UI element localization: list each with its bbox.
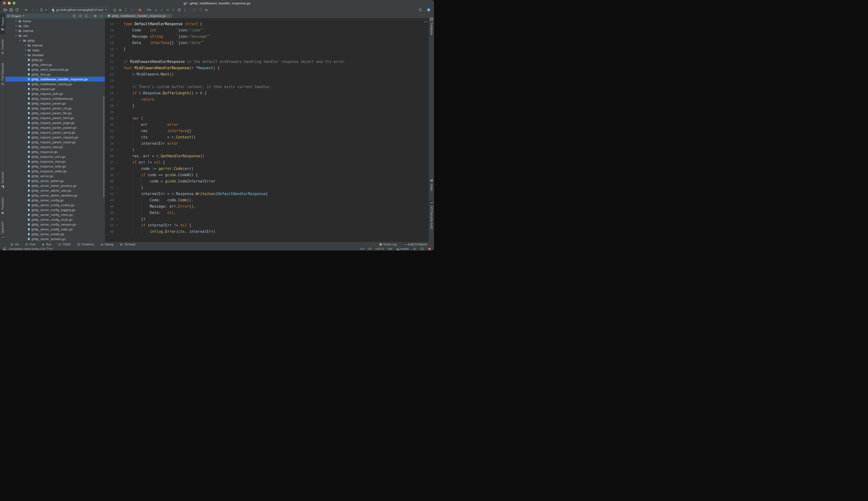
toolbar-git-commit-icon[interactable] [159,7,165,13]
tree-file-ghttp_request_param_query.go[interactable]: ghttp_request_param_query.go [5,130,105,135]
toolbar-history-icon[interactable] [176,7,182,13]
tree-file-ghttp_server_config_static.go[interactable]: ghttp_server_config_static.go [5,227,105,232]
code-line-17[interactable]: Message string `json:"message"` [124,33,429,40]
code-line-42[interactable]: internalErr = r.Response.WriteJson(Defau… [124,191,429,197]
fold-marker-icon[interactable] [114,67,121,70]
tool-window-button-terminal[interactable]: Terminal [116,242,138,247]
fold-marker-icon[interactable] [114,149,121,151]
code-line-30[interactable]: var ( [124,115,429,121]
git-branch-widget[interactable]: master [396,247,409,250]
tree-file-ghttp_request_param_file.go[interactable]: ghttp_request_param_file.go [5,110,105,116]
tree-file-ghttp_request_param_request.go[interactable]: ghttp_request_param_request.go [5,135,105,140]
tree-file-ghttp_server_admin.go[interactable]: ghttp_server_admin.go [5,178,105,183]
tree-file-ghttp_server_admin_windows.go[interactable]: ghttp_server_admin_windows.go [5,193,105,198]
code-line-25[interactable]: // There's custom buffer content, it the… [124,84,429,90]
code-line-48[interactable]: intlog.Error(ctx, internalErr) [124,228,429,235]
tree-chevron-icon[interactable] [24,54,26,56]
tool-window-button-find[interactable]: Find [22,242,38,247]
tree-file-ghttp_request_param_param.go[interactable]: ghttp_request_param_param.go [5,125,105,130]
indent-style[interactable]: Tab [387,247,392,250]
code-line-43[interactable]: Code: code.Code(), [124,197,429,203]
toolbar-save-icon[interactable] [8,7,14,13]
fold-marker-icon[interactable] [114,161,121,164]
tree-folder-frame[interactable]: frame [5,19,105,23]
tree-file-ghttp_server_config_session.go[interactable]: ghttp_server_config_session.go [5,222,105,227]
tool-window-button-git[interactable]: Git [7,242,22,247]
line-separator[interactable]: LF [368,247,371,250]
code-line-39[interactable]: if code == gcode.CodeNil { [124,172,429,178]
tree-folder-testdata[interactable]: testdata [5,53,105,57]
project-header-locate-icon[interactable] [72,14,76,18]
inspections-ok-icon[interactable] [424,20,427,23]
tree-folder-static[interactable]: static [5,48,105,53]
tool-window-button-todo[interactable]: TODO [55,242,74,247]
tool-window-button-favorites[interactable]: Favorites [0,195,5,217]
fold-marker-icon[interactable] [114,193,121,195]
tree-file-ghttp_request_param.go[interactable]: ghttp_request_param.go [5,101,105,106]
tree-file-ghttp_response_view.go[interactable]: ghttp_response_view.go [5,159,105,164]
tree-folder-ghttp[interactable]: ghttp [5,38,105,43]
tree-file-ghttp_request_param_router.go[interactable]: ghttp_request_param_router.go [5,140,105,145]
chevron-down-icon[interactable] [135,9,137,10]
file-encoding[interactable]: UTF-8 [376,247,384,250]
tree-file-ghttp_request.go[interactable]: ghttp_request.go [5,86,105,91]
tree-file-ghttp.go[interactable]: ghttp.go [5,57,105,62]
chevron-down-icon[interactable] [45,9,47,10]
project-tree[interactable]: framei18ninternalnetghttpinternalstatict… [5,18,105,242]
fold-marker-icon[interactable] [114,48,121,51]
code-line-24[interactable] [124,77,429,84]
code-line-46[interactable]: }) [124,216,429,222]
tree-file-ghttp_server.go[interactable]: ghttp_server.go [5,173,105,178]
tree-file-ghttp_response_cors.go[interactable]: ghttp_response_cors.go [5,154,105,159]
code-line-38[interactable]: code := gerror.Code(err) [124,166,429,172]
tree-file-ghttp_client_websocket.go[interactable]: ghttp_client_websocket.go [5,67,105,72]
toolbar-debug-bug-icon[interactable] [117,7,123,13]
project-header-minus-icon[interactable] [99,14,103,18]
code-content[interactable]: type DefaultHandlerResponse struct { Cod… [124,21,429,242]
code-line-20[interactable] [124,52,429,58]
toolbar-git-update-icon[interactable] [153,7,159,13]
tree-file-ghttp_request_view.go[interactable]: ghttp_request_view.go [5,145,105,149]
toolbar-update-badge-icon[interactable] [426,7,431,13]
tree-file-ghttp_server_admin_unix.go[interactable]: ghttp_server_admin_unix.go [5,188,105,193]
tree-file-ghttp_request_param_form.go[interactable]: ghttp_request_param_form.go [5,116,105,120]
tree-file-ghttp_server_config_mess.go[interactable]: ghttp_server_config_mess.go [5,212,105,217]
lock-icon[interactable] [413,247,416,250]
code-line-44[interactable]: Message: err.Error(), [124,203,429,210]
close-icon[interactable] [167,14,170,17]
tool-window-button-structure[interactable]: Structure [0,169,5,192]
tool-window-button-event-log[interactable]: 1Event Log [379,243,397,246]
tree-chevron-icon[interactable] [15,20,17,22]
fold-marker-icon[interactable] [114,218,121,221]
tool-window-button-problems[interactable]: Problems [74,242,97,247]
caret-position[interactable]: 2:3 [360,247,364,250]
tool-window-button-commit[interactable]: Commit [0,37,5,57]
tree-file-ghttp_request_middleware.go[interactable]: ghttp_request_middleware.go [5,96,105,101]
code-line-16[interactable]: Code int `json:"code"` [124,27,429,33]
tree-file-ghttp_request_auth.go[interactable]: ghttp_request_auth.go [5,91,105,96]
tree-file-ghttp_server_config_logging.go[interactable]: ghttp_server_config_logging.go [5,207,105,212]
error-badge-icon[interactable] [428,247,431,250]
code-line-40[interactable]: code = gcode.CodeInternalError [124,178,429,184]
tree-file-ghttp_response_writer.go[interactable]: ghttp_response_writer.go [5,169,105,173]
code-line-26[interactable]: if r.Response.BufferLength() > 0 { [124,90,429,96]
code-line-36[interactable]: res, err = r.GetHandlerResponse() [124,153,429,159]
code-line-47[interactable]: if internalErr != nil { [124,222,429,228]
fold-marker-icon[interactable] [114,117,121,120]
cloud-gear-icon[interactable] [420,247,424,251]
tree-chevron-icon[interactable] [15,30,17,32]
toolbar-open-project-icon[interactable] [2,7,8,13]
tree-file-ghttp_middleware_handler_response.go[interactable]: ghttp_middleware_handler_response.go [5,77,105,82]
code-line-41[interactable]: } [124,184,429,191]
tool-window-button-make[interactable]: Mmake [429,176,434,193]
toolbar-sync-icon[interactable] [14,7,20,13]
fold-marker-icon[interactable] [114,23,121,25]
tree-folder-internal[interactable]: internal [5,28,105,33]
tool-window-button-debug[interactable]: Debug [97,242,116,247]
tree-file-ghttp_response.go[interactable]: ghttp_response.go [5,149,105,154]
tree-chevron-icon[interactable] [15,25,17,27]
toolbar-git-fetch-icon[interactable] [170,7,176,13]
toolbar-stop-icon[interactable] [137,7,143,13]
tree-chevron-icon[interactable] [24,44,26,46]
tool-window-button-api-security-audit[interactable]: /APIAPI Security Audit [429,196,434,233]
